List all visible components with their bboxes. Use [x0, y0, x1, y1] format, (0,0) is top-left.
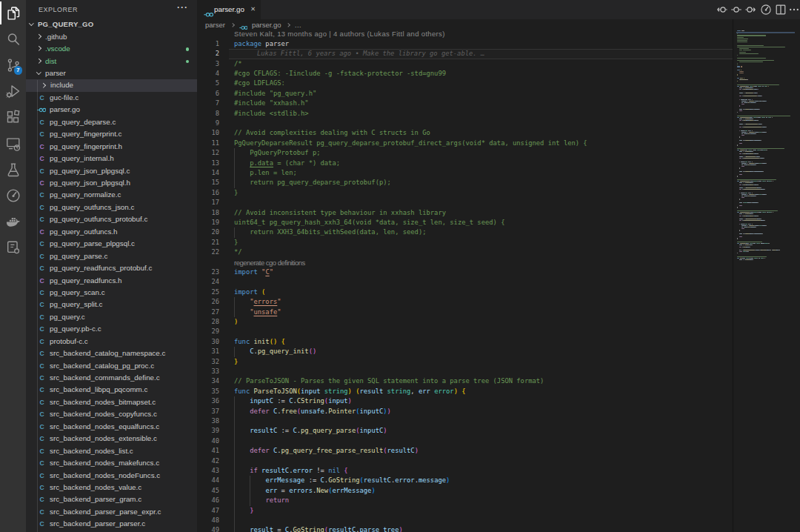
tree-item-src-backend-nodes-copyfuncs-c[interactable]: Csrc_backend_nodes_copyfuncs.c	[26, 408, 197, 420]
code-line-3[interactable]: 3/*	[197, 59, 733, 69]
tree-item-pg-query-parse-plpgsql-c[interactable]: Cpg_query_parse_plpgsql.c	[26, 238, 197, 250]
breadcrumb-item-symbol[interactable]: …	[294, 19, 301, 31]
code-line-21[interactable]: 21}	[197, 238, 733, 247]
editor-action-open-changes-next[interactable]	[744, 3, 759, 17]
sidebar-more-actions-icon[interactable]: ···	[177, 2, 188, 13]
activity-bar-item-source-control[interactable]: 7	[0, 52, 26, 78]
code-editor[interactable]: Steven Kalt, 13 months ago | 4 authors (…	[197, 31, 733, 532]
code-line-11[interactable]: 11PgQueryDeparseResult pg_query_deparse_…	[197, 139, 733, 148]
tree-item-dist[interactable]: dist	[26, 56, 197, 67]
code-line-43[interactable]: 43 if resultC.error != nil {	[197, 466, 733, 476]
tree-item-src-backend-nodes-extensible-c[interactable]: Csrc_backend_nodes_extensible.c	[26, 433, 197, 445]
code-line-2[interactable]: 2Lukas Fittl, 6 years ago • Make the lib…	[197, 49, 733, 59]
tree-item-pg-query-deparse-c[interactable]: Cpg_query_deparse.c	[26, 116, 197, 128]
tree-item-pg-query-split-c[interactable]: Cpg_query_split.c	[26, 299, 197, 310]
tree-item-src-backend-nodes-nodefuncs-c[interactable]: Csrc_backend_nodes_nodeFuncs.c	[26, 470, 197, 482]
tree-item-protobuf-c-c[interactable]: Cprotobuf-c.c	[26, 336, 197, 348]
code-line-31[interactable]: 31 C.pg_query_init()	[197, 347, 733, 356]
tree-item-src-backend-nodes-value-c[interactable]: Csrc_backend_nodes_value.c	[26, 482, 197, 493]
code-line-35[interactable]: 35func ParseToJSON(input string) (result…	[197, 387, 733, 396]
code-line-13[interactable]: 13 p.data = (char *) data;	[197, 159, 733, 168]
activity-bar-item-search[interactable]	[0, 26, 26, 52]
code-line-44[interactable]: 44 errMessage := C.GoString(resultC.erro…	[197, 476, 733, 485]
code-line-28[interactable]: 28)	[197, 317, 733, 327]
tree-item-pg-query-readfuncs-protobuf-c[interactable]: Cpg_query_readfuncs_protobuf.c	[26, 262, 197, 274]
tree-item-pg-query-internal-h[interactable]: Cpg_query_internal.h	[26, 153, 197, 164]
tree-item--github[interactable]: .github	[26, 31, 197, 43]
tree-item-pg-query-outfuncs-protobuf-c[interactable]: Cpg_query_outfuncs_protobuf.c	[26, 213, 197, 225]
code-line-6[interactable]: 6#include "pg_query.h"	[197, 89, 733, 99]
tree-item-pg-query-readfuncs-h[interactable]: Cpg_query_readfuncs.h	[26, 275, 197, 287]
code-line-4[interactable]: 4#cgo CFLAGS: -Iinclude -g -fstack-prote…	[197, 69, 733, 79]
tree-item-pg-query-parse-c[interactable]: Cpg_query_parse.c	[26, 250, 197, 262]
code-line-36[interactable]: 36 inputC := C.CString(input)	[197, 396, 733, 406]
editor-action-more-actions[interactable]	[787, 3, 800, 17]
code-line-27[interactable]: 27 "unsafe"	[197, 307, 733, 317]
tree-item-include[interactable]: include	[26, 79, 197, 91]
code-line-25[interactable]: 25import (	[197, 287, 733, 297]
tree-item-src-backend-parser-parse-expr-c[interactable]: Csrc_backend_parser_parse_expr.c	[26, 506, 197, 518]
code-line-45[interactable]: 45 err = errors.New(errMessage)	[197, 486, 733, 496]
tree-item-pg-query-outfuncs-json-c[interactable]: Cpg_query_outfuncs_json.c	[26, 202, 197, 213]
code-line-10[interactable]: 10// Avoid complexities dealing with C s…	[197, 128, 733, 138]
code-lens-label[interactable]: regenerate cgo definitions	[234, 258, 305, 268]
tree-item-guc-file-c[interactable]: Cguc-file.c	[26, 92, 197, 104]
tree-item-pg-query-go[interactable]: PG_QUERY_GO	[26, 19, 197, 30]
tree-item-parser-go[interactable]: parser.go	[26, 104, 197, 116]
code-line-15[interactable]: 15 return pg_query_deparse_protobuf(p);	[197, 178, 733, 187]
tree-item-src-backend-nodes-bitmapset-c[interactable]: Csrc_backend_nodes_bitmapset.c	[26, 396, 197, 408]
code-line-26[interactable]: 26 "errors"	[197, 297, 733, 307]
tree-item-src-backend-nodes-makefuncs-c[interactable]: Csrc_backend_nodes_makefuncs.c	[26, 457, 197, 469]
activity-bar-item-extensions[interactable]	[0, 104, 26, 130]
activity-bar-item-project-manager[interactable]	[0, 235, 26, 261]
editor-action-open-changes-prev[interactable]	[716, 3, 730, 17]
breadcrumb-item-folder[interactable]: parser	[205, 19, 225, 31]
code-line-46[interactable]: 46 return	[197, 496, 733, 505]
tree-item-parser[interactable]: parser	[26, 67, 197, 79]
activity-bar-item-explorer[interactable]	[0, 0, 26, 26]
code-line-38[interactable]: 38	[197, 416, 733, 426]
code-lens[interactable]: regenerate cgo definitions	[197, 258, 733, 267]
tree-item-src-backend-catalog-pg-proc-c[interactable]: Csrc_backend_catalog_pg_proc.c	[26, 360, 197, 372]
tree-item-pg-query-json-plpgsql-h[interactable]: Cpg_query_json_plpgsql.h	[26, 177, 197, 189]
code-line-41[interactable]: 41 defer C.pg_query_free_parse_result(re…	[197, 446, 733, 456]
code-line-5[interactable]: 5#cgo LDFLAGS:	[197, 79, 733, 88]
code-line-22[interactable]: 22*/	[197, 247, 733, 257]
code-line-24[interactable]: 24	[197, 277, 733, 287]
code-line-14[interactable]: 14 p.len = len;	[197, 168, 733, 178]
activity-bar-item-docker[interactable]	[0, 209, 26, 235]
code-line-37[interactable]: 37 defer C.free(unsafe.Pointer(inputC))	[197, 407, 733, 416]
editor-action-split-editor[interactable]	[773, 3, 788, 17]
tree-item-src-backend-libpq-pqcomm-c[interactable]: Csrc_backend_libpq_pqcomm.c	[26, 384, 197, 396]
code-line-17[interactable]: 17	[197, 198, 733, 207]
tree-item-src-backend-commands-define-c[interactable]: Csrc_backend_commands_define.c	[26, 372, 197, 384]
code-line-9[interactable]: 9	[197, 119, 733, 128]
code-line-32[interactable]: 32}	[197, 357, 733, 367]
tree-item-pg-query-scan-c[interactable]: Cpg_query_scan.c	[26, 287, 197, 299]
code-line-42[interactable]: 42	[197, 456, 733, 466]
tree-item-pg-query-fingerprint-c[interactable]: Cpg_query_fingerprint.c	[26, 128, 197, 140]
code-line-19[interactable]: 19uint64_t pg_query_hash_xxh3_64(void *d…	[197, 218, 733, 227]
code-line-23[interactable]: 23import "C"	[197, 267, 733, 277]
code-line-29[interactable]: 29	[197, 327, 733, 336]
tree-item-pg-query-json-plpgsql-c[interactable]: Cpg_query_json_plpgsql.c	[26, 165, 197, 177]
activity-bar-item-gitlens[interactable]	[0, 182, 26, 208]
activity-bar-item-run-debug[interactable]	[0, 79, 26, 104]
code-line-48[interactable]: 48	[197, 516, 733, 525]
code-line-8[interactable]: 8#include <stdlib.h>	[197, 109, 733, 119]
tree-item-pg-query-pb-c-c[interactable]: Cpg_query.pb-c.c	[26, 323, 197, 335]
code-line-49[interactable]: 49 result = C.GoString(resultC.parse_tre…	[197, 525, 733, 532]
tree-item-src-backend-nodes-equalfuncs-c[interactable]: Csrc_backend_nodes_equalfuncs.c	[26, 421, 197, 433]
minimap[interactable]	[733, 19, 800, 532]
code-line-47[interactable]: 47 }	[197, 506, 733, 516]
tab-close-icon[interactable]: ✕	[250, 5, 256, 13]
editor-action-open-changes[interactable]	[730, 3, 744, 17]
tree-item-pg-query-c[interactable]: Cpg_query.c	[26, 311, 197, 323]
activity-bar-item-remote-explorer[interactable]	[0, 130, 26, 156]
code-line-1[interactable]: 1package parser	[197, 39, 733, 49]
tab-parser-go[interactable]: parser.go ✕	[197, 0, 261, 19]
code-line-7[interactable]: 7#include "xxhash.h"	[197, 99, 733, 108]
tree-item-src-backend-parser-parser-c[interactable]: Csrc_backend_parser_parser.c	[26, 518, 197, 530]
code-line-30[interactable]: 30func init() {	[197, 337, 733, 347]
tree-item-src-backend-catalog-namespace-c[interactable]: Csrc_backend_catalog_namespace.c	[26, 348, 197, 359]
